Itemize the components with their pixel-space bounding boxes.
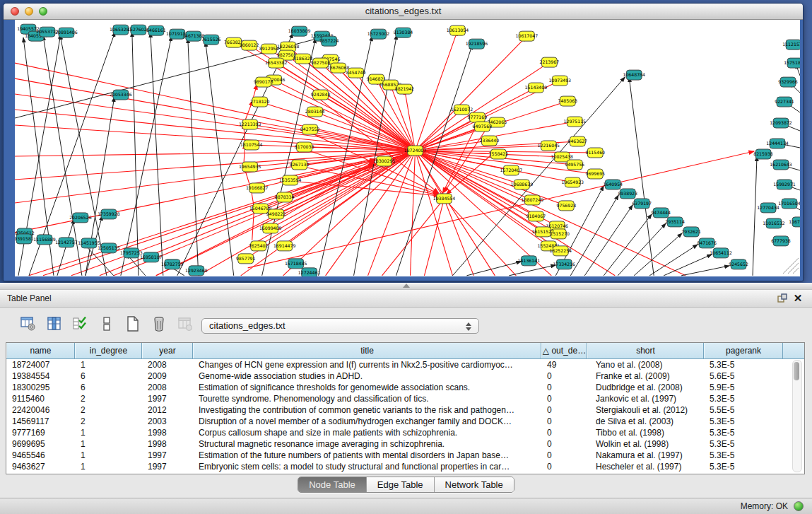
graph-node[interactable]: 2935114 <box>665 217 685 227</box>
new-table-icon[interactable] <box>123 314 143 334</box>
graph-edge[interactable] <box>15 110 415 151</box>
table-select-combo[interactable]: citations_edges.txt <box>201 318 479 334</box>
table-row[interactable]: 1872400712008Changes of HCN gene express… <box>6 359 804 370</box>
graph-node[interactable]: 12444134 <box>766 139 789 148</box>
graph-node[interactable]: 16252254 <box>550 246 572 256</box>
graph-edge[interactable] <box>264 82 416 151</box>
graph-node[interactable]: 6777938 <box>771 236 791 246</box>
graph-node[interactable]: 9184067 <box>526 211 546 221</box>
graph-node[interactable]: 8170038 <box>295 142 314 152</box>
graph-node[interactable]: 18107544 <box>240 140 263 150</box>
graph-node[interactable]: 9391581 <box>15 234 34 244</box>
graph-edge[interactable] <box>250 124 416 151</box>
graph-edge[interactable] <box>121 36 172 276</box>
graph-node[interactable]: 6466161 <box>146 25 166 35</box>
graph-node[interactable]: 10654112 <box>710 248 732 258</box>
table-row[interactable]: 946362711997Embryonic stem cells: a mode… <box>6 461 804 472</box>
graph-node[interactable]: 15353594 <box>279 175 302 185</box>
table-row[interactable]: 1456911722003Disruption of a novel membe… <box>6 416 804 427</box>
graph-edge[interactable] <box>415 151 686 276</box>
graph-node[interactable]: 16958107 <box>140 252 163 262</box>
graph-edge[interactable] <box>15 151 415 156</box>
graph-node[interactable]: 8130384 <box>394 28 413 37</box>
graph-node[interactable]: 8427552 <box>300 124 320 134</box>
graph-node[interactable]: 8878334 <box>275 192 295 202</box>
resize-grip[interactable] <box>793 268 799 274</box>
graph-edge[interactable] <box>415 30 457 151</box>
graph-edge[interactable] <box>410 151 415 276</box>
table-row[interactable]: 977716911998Corpus callosum shape and si… <box>6 427 804 438</box>
graph-edge[interactable] <box>444 199 473 276</box>
network-canvas[interactable]: 1872400719384554183002957663822986012289… <box>15 20 800 276</box>
graph-edge[interactable] <box>188 38 199 276</box>
graph-node[interactable]: 10688639 <box>511 180 534 189</box>
graph-node[interactable]: 9227341 <box>775 97 794 107</box>
graph-node[interactable]: 2213967 <box>540 57 560 67</box>
graph-node[interactable]: 9498222 <box>266 209 286 219</box>
table-row[interactable]: 1938455462009Genome-wide association stu… <box>6 370 804 382</box>
graph-node[interactable]: 9495756 <box>565 160 585 170</box>
graph-node[interactable]: 9890178 <box>254 77 273 87</box>
graph-node[interactable]: 9463627 <box>568 136 588 146</box>
graph-node[interactable]: 16099489 <box>259 223 282 233</box>
graph-node[interactable]: 8471676 <box>697 238 717 248</box>
graph-node[interactable]: 17359928 <box>98 209 120 219</box>
graph-edge[interactable] <box>43 161 384 276</box>
select-columns-icon[interactable] <box>71 314 90 334</box>
table-row[interactable]: 911546021997Tourette syndrome. Phenomeno… <box>6 393 804 404</box>
graph-node[interactable]: 14136141 <box>518 256 541 266</box>
graph-edge[interactable] <box>260 102 416 151</box>
graph-node[interactable]: 9699695 <box>585 169 605 179</box>
graph-node[interactable]: 16543382 <box>265 58 288 68</box>
tab-node-table[interactable]: Node Table <box>298 477 367 492</box>
graph-node[interactable]: 7558422 <box>489 149 509 159</box>
window-titlebar[interactable]: citations_edges.txt <box>4 4 803 20</box>
graph-node[interactable]: 2803144 <box>305 107 325 117</box>
column-header-in_degree[interactable]: in_degree <box>75 343 142 358</box>
graph-node[interactable]: 17334216 <box>553 259 576 269</box>
graph-node[interactable]: 6497568 <box>473 122 493 132</box>
graph-node[interactable]: 7485063 <box>558 96 578 106</box>
graph-node[interactable]: 12142757 <box>55 238 78 247</box>
graph-node[interactable]: 12724461 <box>298 268 321 276</box>
graph-node[interactable]: 6379197 <box>632 199 652 209</box>
graph-edge[interactable] <box>570 195 618 276</box>
graph-node[interactable]: 19654935 <box>239 162 261 172</box>
graph-node[interactable]: 19384554 <box>433 194 456 204</box>
table-row[interactable]: 946554611997Estimation of the future num… <box>6 450 804 461</box>
float-panel-icon[interactable] <box>777 293 788 304</box>
graph-edge[interactable] <box>634 233 682 276</box>
graph-edge[interactable] <box>274 80 416 151</box>
graph-node[interactable]: 9777169 <box>468 112 488 122</box>
graph-node[interactable]: 7932621 <box>681 227 701 237</box>
graph-node[interactable]: 9860122 <box>240 40 259 50</box>
graph-node[interactable]: 18613054 <box>447 25 469 35</box>
graph-node[interactable]: 9115460 <box>585 148 605 158</box>
row-height-icon[interactable] <box>97 314 117 334</box>
scrollbar-thumb[interactable] <box>794 362 799 380</box>
graph-node[interactable]: 17016504 <box>778 199 800 209</box>
graph-node[interactable]: 19166827 <box>246 183 269 193</box>
column-header-year[interactable]: year <box>142 343 193 358</box>
table-row[interactable]: 969969511998Structural magnetic resonanc… <box>6 438 804 450</box>
graph-node[interactable]: 20053346 <box>110 90 132 100</box>
import-table-icon[interactable] <box>175 314 195 334</box>
graph-node[interactable]: 15992971 <box>773 180 796 189</box>
column-header-title[interactable]: title <box>193 343 541 358</box>
graph-node[interactable]: 19654923 <box>562 177 584 187</box>
graph-node[interactable]: 11121574 <box>782 40 800 49</box>
graph-node[interactable]: 10973493 <box>549 76 572 86</box>
column-header-pagerank[interactable]: pagerank <box>704 343 783 358</box>
vertical-scrollbar[interactable] <box>792 360 802 472</box>
network-window[interactable]: citations_edges.txt 18724007193845541830… <box>3 3 804 281</box>
close-panel-icon[interactable]: ✕ <box>792 293 804 304</box>
graph-node[interactable]: 9245652 <box>729 259 748 269</box>
tab-network-table[interactable]: Network Table <box>435 477 514 492</box>
graph-edge[interactable] <box>15 151 415 203</box>
graph-edge[interactable] <box>415 117 477 151</box>
graph-node[interactable]: 9857791 <box>236 254 256 264</box>
graph-node[interactable]: 15720407 <box>500 165 523 175</box>
graph-node[interactable]: 8912954 <box>259 44 279 54</box>
graph-node[interactable]: 12923468 <box>185 266 208 276</box>
table-row[interactable]: 2242004622012Investigating the contribut… <box>6 404 804 416</box>
